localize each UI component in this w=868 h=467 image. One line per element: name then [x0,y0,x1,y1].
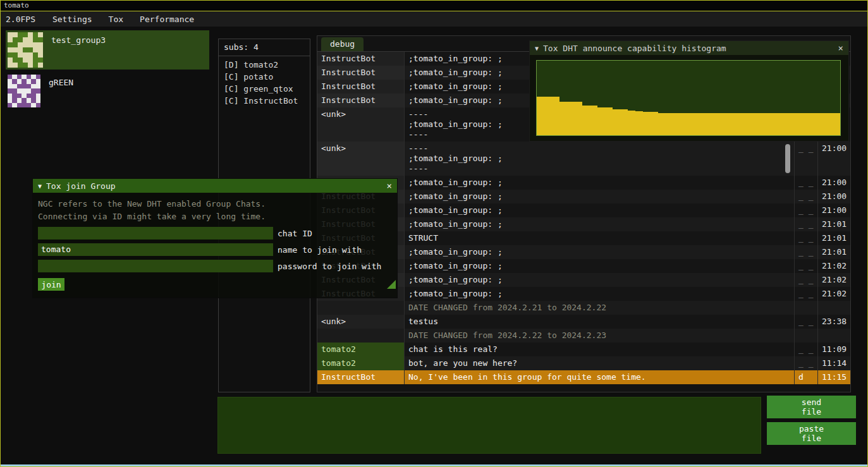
window-title: tomato [4,1,29,9]
subs-member[interactable]: [C] InstructBot [219,95,310,107]
histogram-bar [681,113,688,135]
message-author: <unk> [317,315,404,329]
histogram-bar [719,113,726,135]
join-password-input[interactable] [38,260,273,272]
menu-performance[interactable]: Performance [131,15,202,24]
message-status-flags: _ _ [794,190,817,203]
message-status-flags [794,329,817,343]
histogram-bar [688,113,696,135]
message-input[interactable] [217,397,761,454]
message-timestamp [817,329,850,343]
subs-member[interactable]: [D] tomato2 [219,59,310,71]
message-status-flags: _ _ [794,343,817,356]
message-timestamp: 21:01 [817,217,850,231]
system-message-row[interactable]: DATE CHANGED from 2024.2.21 to 2024.2.22 [317,301,850,315]
join-button[interactable]: join [38,278,64,291]
collapse-arrow-icon[interactable]: ▼ [38,183,42,190]
message-status-flags: _ _ [794,176,817,190]
message-status-flags: _ _ [794,356,817,370]
message-author: InstructBot [317,66,404,80]
histogram-bar [726,113,734,135]
resize-grip-icon[interactable] [387,280,396,289]
message-author: InstructBot [317,94,404,107]
message-text: chat is this real? [404,343,794,356]
histogram-bar [802,113,810,135]
histogram-bar [575,102,582,135]
group-avatar [8,32,43,68]
histogram-bar [734,113,742,135]
group-name: gREEN [42,73,73,109]
join-name-label: name to join with [278,245,362,255]
join-password-label: password to join with [278,262,381,271]
histogram-bar [537,97,544,135]
join-info-line: NGC refers to the New DHT enabled Group … [38,198,392,210]
histogram-bar [787,113,795,135]
message-row[interactable]: tomato2chat is this real?_ _11:09 [317,343,850,356]
close-icon[interactable]: × [838,43,843,53]
join-window-title: Tox join Group [46,181,382,191]
histogram-bar [749,113,757,135]
histogram-bar [825,113,833,135]
message-timestamp: 21:00 [817,176,850,190]
message-status-flags: _ _ [794,273,817,287]
join-window-titlebar[interactable]: ▼ Tox join Group × [33,179,397,193]
message-row[interactable]: <unk>---- ;tomato_in_group: ; ----_ _21:… [317,142,850,176]
message-row[interactable]: InstructBotNo, I've been in this group f… [317,370,850,384]
histogram-window-titlebar[interactable]: ▼ Tox DHT announce capability histogram … [530,41,848,55]
message-text: testus [404,315,794,329]
collapse-arrow-icon[interactable]: ▼ [535,45,539,52]
group-item-test_group3[interactable]: test_group3 [6,30,209,70]
histogram-bar [613,109,620,135]
message-author: <unk> [317,107,404,142]
histogram-bar [559,102,567,135]
message-row[interactable]: tomato2bot, are you new here?_ _11:14 [317,356,850,370]
histogram-bar [833,113,840,135]
histogram-bar [817,113,825,135]
message-text: ;tomato_in_group: ; [404,273,794,287]
subs-member[interactable]: [C] potato [219,71,310,83]
menu-settings[interactable]: Settings [44,15,101,24]
close-icon[interactable]: × [387,181,392,191]
message-text: ;tomato_in_group: ; [404,190,794,203]
chat-scrollbar-thumb[interactable] [785,144,790,173]
app-window: tomato 2.0FPS Settings Tox Performance t… [0,0,868,467]
subs-member[interactable]: [C] green_qtox [219,83,310,95]
message-author [317,329,404,343]
histogram-bar [673,113,681,135]
message-author [317,301,404,315]
histogram-bar [795,113,802,135]
menu-tox[interactable]: Tox [101,15,131,24]
group-name: test_group3 [45,30,106,70]
chat-id-label: chat ID [278,229,312,238]
paste-file-button[interactable]: paste file [767,422,856,445]
histogram-bar [742,113,749,135]
message-timestamp: 21:00 [817,203,850,217]
menubar: 2.0FPS Settings Tox Performance [1,11,867,27]
tab-debug[interactable]: debug [321,37,364,51]
message-row[interactable]: <unk>testus_ _23:38 [317,315,850,329]
message-status-flags [794,301,817,315]
subs-list: [D] tomato2[C] potato[C] green_qtox[C] I… [219,59,310,107]
message-text: bot, are you new here? [404,356,794,370]
message-author: InstructBot [317,370,404,384]
histogram-bar [552,97,559,135]
join-window-body: NGC refers to the New DHT enabled Group … [33,193,397,290]
join-name-input[interactable]: tomato [38,243,273,256]
chat-id-input[interactable] [38,227,273,240]
histogram-bar [635,111,643,135]
group-item-gREEN[interactable]: gREEN [6,73,209,109]
system-message-row[interactable]: DATE CHANGED from 2024.2.22 to 2024.2.23 [317,329,850,343]
window-titlebar[interactable]: tomato [1,1,867,11]
message-timestamp: 23:38 [817,315,850,329]
histogram-bar [764,113,772,135]
message-timestamp: 21:02 [817,287,850,301]
histogram-window: ▼ Tox DHT announce capability histogram … [529,40,849,142]
message-text: ;tomato_in_group: ; [404,245,794,259]
message-status-flags: _ _ [794,142,817,176]
message-text: ;tomato_in_group: ; [404,176,794,190]
message-status-flags: _ _ [794,231,817,245]
message-text: ;tomato_in_group: ; [404,217,794,231]
histogram-bars [537,61,840,135]
send-file-button[interactable]: send file [767,396,856,418]
histogram-bar [757,113,764,135]
